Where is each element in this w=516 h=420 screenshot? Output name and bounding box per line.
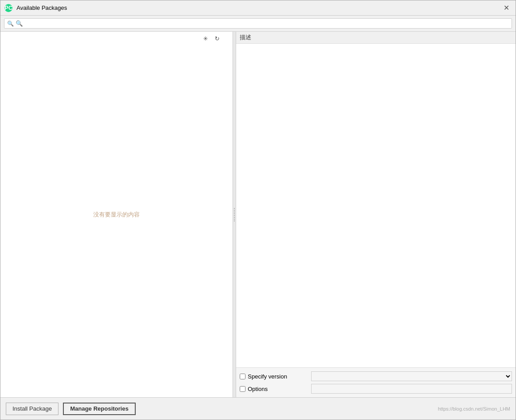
description-header: 描述	[236, 32, 516, 44]
divider-dot-1	[234, 208, 235, 209]
options-input[interactable]	[311, 384, 512, 394]
main-content: ✳ ↻ 没有要显示的内容 描述	[0, 31, 516, 397]
left-panel: ✳ ↻ 没有要显示的内容	[0, 32, 233, 397]
left-panel-toolbar: ✳ ↻	[200, 33, 222, 43]
specify-version-text: Specify version	[248, 373, 287, 380]
manage-repositories-button[interactable]: Manage Repositories	[63, 403, 136, 415]
search-wrapper: 🔍	[4, 18, 512, 29]
divider-dot-6	[234, 217, 235, 218]
panel-divider[interactable]	[233, 32, 236, 397]
options-row: Options	[240, 384, 512, 394]
loading-icon-button[interactable]: ✳	[200, 33, 210, 43]
title-bar: PC Available Packages ✕	[0, 0, 516, 16]
divider-decoration	[234, 208, 235, 221]
refresh-button[interactable]: ↻	[212, 33, 222, 43]
divider-dot-4	[234, 213, 235, 214]
divider-dot-8	[234, 220, 235, 221]
loading-icon: ✳	[203, 35, 208, 42]
main-window: PC Available Packages ✕ 🔍 ✳ ↻ 没有要显示的内容	[0, 0, 516, 420]
app-icon: PC	[4, 4, 13, 12]
right-panel: 描述 Specify version Options	[236, 32, 516, 397]
specify-version-label[interactable]: Specify version	[240, 373, 311, 380]
refresh-icon: ↻	[215, 35, 220, 42]
version-row: Specify version	[240, 371, 512, 381]
description-content	[236, 44, 516, 367]
svg-text:PC: PC	[4, 4, 12, 11]
search-icon: 🔍	[7, 21, 14, 27]
search-bar: 🔍	[0, 16, 516, 31]
search-input[interactable]	[16, 20, 509, 27]
footer-bar: Install Package Manage Repositories http…	[0, 397, 516, 420]
version-options-bar: Specify version Options	[236, 367, 516, 397]
options-checkbox[interactable]	[240, 386, 246, 392]
empty-message: 没有要显示的内容	[0, 32, 233, 397]
close-button[interactable]: ✕	[500, 2, 512, 14]
version-select[interactable]	[311, 371, 512, 381]
watermark: https://blog.csdn.net/Simon_LHM	[438, 406, 510, 412]
window-title: Available Packages	[17, 4, 500, 11]
options-label[interactable]: Options	[240, 386, 311, 392]
divider-dot-7	[234, 219, 235, 220]
install-package-button[interactable]: Install Package	[6, 403, 58, 415]
divider-dot-5	[234, 215, 235, 216]
specify-version-checkbox[interactable]	[240, 374, 246, 379]
options-text: Options	[248, 386, 268, 392]
divider-dot-3	[234, 212, 235, 212]
divider-dot-2	[234, 210, 235, 211]
